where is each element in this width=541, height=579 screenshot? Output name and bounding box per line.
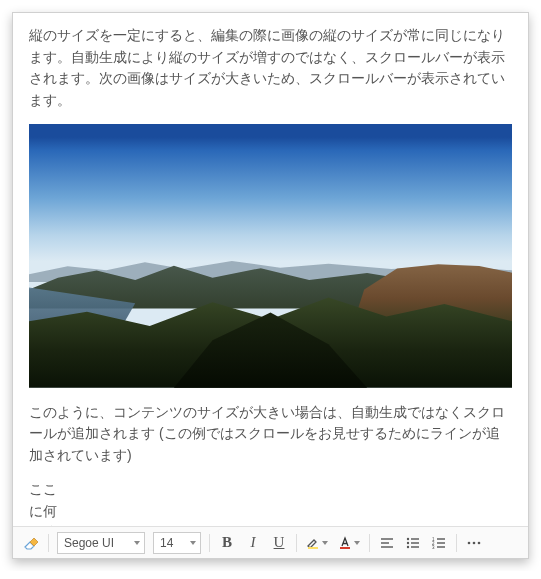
svg-rect-1	[340, 547, 350, 549]
bullet-list-icon	[406, 537, 420, 549]
svg-point-19	[478, 541, 481, 544]
highlight-color-button[interactable]	[302, 531, 332, 555]
svg-point-6	[407, 541, 409, 543]
align-left-button[interactable]	[375, 531, 399, 555]
chevron-down-icon	[322, 541, 328, 545]
svg-point-7	[407, 545, 409, 547]
eraser-icon	[23, 536, 39, 550]
text-lines: ここ に何 か追 加	[29, 479, 512, 526]
font-size-select[interactable]: 14	[153, 532, 201, 554]
ellipsis-icon	[467, 541, 481, 545]
editor-content[interactable]: 縦のサイズを一定にすると、編集の際に画像の縦のサイズが常に同じになります。自動生…	[13, 13, 528, 526]
paragraph: 縦のサイズを一定にすると、編集の際に画像の縦のサイズが常に同じになります。自動生…	[29, 25, 512, 112]
text-line: ここ	[29, 479, 512, 501]
svg-text:3: 3	[432, 545, 435, 549]
bold-icon: B	[222, 534, 232, 551]
underline-button[interactable]: U	[267, 531, 291, 555]
chevron-down-icon	[354, 541, 360, 545]
bullet-list-button[interactable]	[401, 531, 425, 555]
svg-rect-0	[308, 547, 318, 549]
editor-toolbar: Segoe UI 14 B I U	[13, 526, 528, 558]
font-color-button[interactable]	[334, 531, 364, 555]
rich-text-editor: 縦のサイズを一定にすると、編集の際に画像の縦のサイズが常に同じになります。自動生…	[12, 12, 529, 559]
chevron-down-icon	[190, 541, 196, 545]
svg-point-18	[473, 541, 476, 544]
font-size-value: 14	[160, 536, 173, 550]
embedded-image	[29, 124, 512, 388]
font-family-select[interactable]: Segoe UI	[57, 532, 145, 554]
paragraph: このように、コンテンツのサイズが大きい場合は、自動生成ではなくスクロールが追加さ…	[29, 402, 512, 467]
underline-icon: U	[274, 534, 285, 551]
svg-point-5	[407, 537, 409, 539]
chevron-down-icon	[134, 541, 140, 545]
numbered-list-icon: 1 2 3	[432, 537, 446, 549]
font-family-value: Segoe UI	[64, 536, 114, 550]
more-options-button[interactable]	[462, 531, 486, 555]
highlight-icon	[306, 536, 320, 550]
italic-icon: I	[251, 534, 256, 551]
font-color-icon	[338, 536, 352, 550]
align-left-icon	[380, 537, 394, 549]
svg-point-17	[468, 541, 471, 544]
text-line: に何	[29, 501, 512, 523]
bold-button[interactable]: B	[215, 531, 239, 555]
clear-formatting-button[interactable]	[19, 531, 43, 555]
italic-button[interactable]: I	[241, 531, 265, 555]
numbered-list-button[interactable]: 1 2 3	[427, 531, 451, 555]
